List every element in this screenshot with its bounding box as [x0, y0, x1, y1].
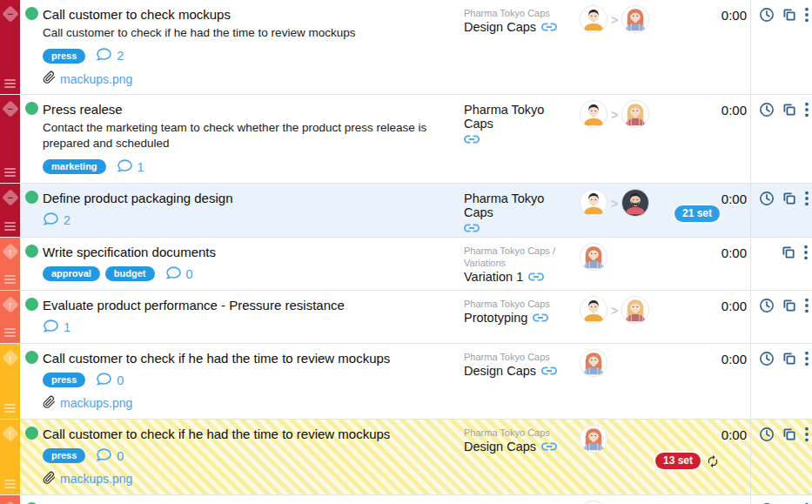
status-dot[interactable]	[25, 427, 38, 440]
link-icon[interactable]	[541, 366, 557, 376]
task-title[interactable]: Call customer to check if he had the tim…	[43, 351, 390, 366]
status-dot[interactable]	[25, 298, 38, 311]
kebab-menu-icon[interactable]	[804, 427, 809, 442]
clock-icon[interactable]	[759, 7, 775, 23]
avatar-man-yellow[interactable]	[579, 295, 608, 325]
project-name-link[interactable]: Pharma Tokyo Caps	[464, 103, 565, 131]
drag-handle-icon[interactable]	[4, 480, 16, 488]
duplicate-icon[interactable]	[782, 298, 797, 313]
project-name-link[interactable]: Design Caps	[464, 20, 536, 34]
duplicate-icon[interactable]	[782, 102, 797, 118]
drag-handle-icon[interactable]	[4, 222, 16, 231]
drag-handle-icon[interactable]	[4, 328, 16, 337]
project-name-link[interactable]: Design Caps	[464, 364, 536, 378]
link-icon[interactable]	[541, 22, 557, 32]
link-icon[interactable]	[464, 134, 480, 144]
priority-diamond-icon[interactable]: −	[2, 5, 19, 23]
link-icon[interactable]	[464, 223, 480, 233]
priority-strip: ↑	[0, 344, 20, 419]
clock-icon[interactable]	[759, 351, 775, 366]
kebab-menu-icon[interactable]	[804, 298, 809, 313]
drag-handle-icon[interactable]	[4, 79, 16, 88]
drag-handle-icon[interactable]	[4, 168, 16, 177]
priority-diamond-icon[interactable]: ↑	[2, 425, 19, 442]
status-dot[interactable]	[25, 351, 38, 364]
status-dot[interactable]	[25, 191, 38, 204]
clock-icon[interactable]	[759, 191, 775, 206]
avatar-woman-red[interactable]	[579, 242, 608, 272]
attachment-link[interactable]: mackups.png	[43, 395, 460, 412]
priority-diamond-icon[interactable]: ↑	[2, 243, 19, 260]
task-row: ↑Call customer to check if he had the ti…	[0, 420, 812, 495]
kebab-menu-icon[interactable]	[804, 191, 809, 206]
avatar-man-beard[interactable]	[621, 188, 650, 218]
tag-pill[interactable]: budget	[105, 266, 155, 281]
avatar-woman-blonde[interactable]	[621, 99, 650, 129]
attachment-link[interactable]: mackups.png	[43, 471, 460, 487]
comments-button[interactable]: 0	[96, 372, 124, 389]
status-dot[interactable]	[25, 245, 38, 258]
status-column	[20, 95, 43, 182]
avatar-woman-red[interactable]	[579, 424, 608, 454]
priority-diamond-icon[interactable]: −	[2, 100, 19, 118]
priority-diamond-icon[interactable]: ↑	[2, 296, 19, 313]
comments-button[interactable]: 1	[43, 319, 70, 336]
tag-pill[interactable]: press	[43, 49, 85, 64]
attachment-filename[interactable]: mackups.png	[60, 72, 132, 86]
attachment-filename[interactable]: mackups.png	[60, 472, 132, 486]
task-main: Call customer to check if he had the tim…	[43, 344, 464, 419]
task-title[interactable]: Call customer to check if he had the tim…	[43, 427, 390, 441]
status-column	[20, 184, 43, 237]
project-name-link[interactable]: Variation 1	[464, 270, 523, 284]
attachment-link[interactable]: mackups.png	[43, 71, 460, 87]
link-icon[interactable]	[528, 272, 544, 282]
link-icon[interactable]	[541, 441, 557, 452]
comments-button[interactable]: 0	[96, 447, 124, 465]
duplicate-icon[interactable]	[782, 7, 797, 23]
avatar-man-yellow[interactable]	[579, 188, 608, 218]
avatar-man-yellow[interactable]	[579, 99, 608, 129]
drag-handle-icon[interactable]	[4, 275, 16, 284]
kebab-menu-icon[interactable]	[804, 7, 809, 23]
clock-icon[interactable]	[759, 427, 775, 442]
tag-pill[interactable]: press	[43, 373, 85, 387]
duplicate-icon[interactable]	[781, 245, 796, 260]
tag-pill[interactable]: marketing	[43, 159, 106, 174]
clock-icon[interactable]	[759, 298, 775, 313]
badge-column	[655, 291, 720, 343]
priority-diamond-icon[interactable]: ↑	[2, 349, 19, 366]
status-dot[interactable]	[25, 102, 38, 115]
project-name-link[interactable]: Design Caps	[464, 440, 536, 454]
comments-button[interactable]: 2	[96, 47, 124, 64]
task-title[interactable]: Write specification documents	[43, 245, 216, 259]
project-name-link[interactable]: Pharma Tokyo Caps	[464, 192, 565, 219]
project-name-link[interactable]: Prototyping	[464, 311, 527, 325]
tag-pill[interactable]: press	[43, 448, 85, 463]
comments-button[interactable]: 0	[165, 265, 193, 283]
kebab-menu-icon[interactable]	[804, 102, 809, 118]
status-dot[interactable]	[25, 7, 38, 20]
comments-button[interactable]: 2	[43, 212, 70, 229]
duplicate-icon[interactable]	[782, 351, 797, 366]
priority-diamond-icon[interactable]: ↑	[2, 501, 19, 504]
avatar-man-yellow[interactable]	[579, 500, 608, 504]
drag-handle-icon[interactable]	[4, 404, 16, 413]
attachment-filename[interactable]: mackups.png	[60, 396, 132, 410]
clock-icon[interactable]	[759, 102, 775, 118]
avatar-woman-red[interactable]	[579, 348, 608, 378]
kebab-menu-icon[interactable]	[804, 351, 809, 366]
comments-button[interactable]: 1	[117, 158, 144, 176]
kebab-menu-icon[interactable]	[803, 245, 809, 260]
task-title[interactable]: Call customer to check mockups	[43, 7, 231, 22]
task-title[interactable]: Define product packaging design	[43, 191, 232, 205]
avatar-woman-red[interactable]	[621, 4, 650, 34]
duplicate-icon[interactable]	[782, 191, 797, 206]
link-icon[interactable]	[533, 312, 548, 323]
task-title[interactable]: Press realese	[43, 102, 123, 117]
duplicate-icon[interactable]	[782, 427, 797, 442]
avatar-man-yellow[interactable]	[579, 4, 608, 34]
tag-pill[interactable]: approval	[43, 266, 100, 281]
priority-diamond-icon[interactable]: −	[2, 189, 19, 206]
avatar-woman-blonde[interactable]	[621, 295, 650, 325]
task-title[interactable]: Evaluate product performance - Pressure …	[43, 298, 345, 312]
